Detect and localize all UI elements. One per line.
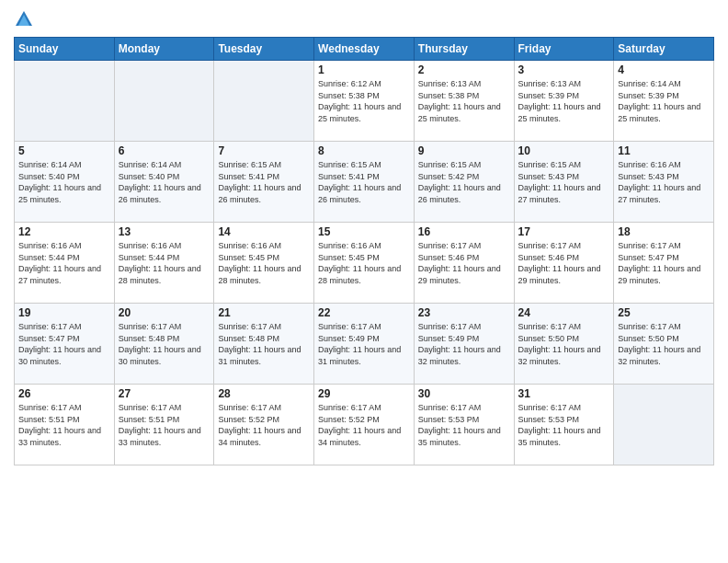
day-number: 4	[618, 63, 710, 76]
day-info: Sunrise: 6:12 AMSunset: 5:38 PMDaylight:…	[318, 79, 401, 123]
day-info: Sunrise: 6:15 AMSunset: 5:41 PMDaylight:…	[318, 160, 401, 204]
calendar-cell: 8Sunrise: 6:15 AMSunset: 5:41 PMDaylight…	[314, 142, 415, 223]
day-number: 10	[518, 144, 610, 157]
calendar-cell: 30Sunrise: 6:17 AMSunset: 5:53 PMDayligh…	[414, 385, 514, 465]
day-info: Sunrise: 6:16 AMSunset: 5:43 PMDaylight:…	[618, 160, 700, 204]
calendar-cell: 6Sunrise: 6:14 AMSunset: 5:40 PMDaylight…	[114, 142, 214, 223]
calendar-cell: 9Sunrise: 6:15 AMSunset: 5:42 PMDaylight…	[414, 142, 514, 223]
day-info: Sunrise: 6:16 AMSunset: 5:44 PMDaylight:…	[18, 241, 101, 285]
calendar-table: SundayMondayTuesdayWednesdayThursdayFrid…	[14, 37, 714, 465]
calendar-cell: 11Sunrise: 6:16 AMSunset: 5:43 PMDayligh…	[614, 142, 714, 223]
day-number: 30	[418, 387, 510, 400]
calendar-cell: 16Sunrise: 6:17 AMSunset: 5:46 PMDayligh…	[414, 223, 514, 304]
calendar-cell: 24Sunrise: 6:17 AMSunset: 5:50 PMDayligh…	[514, 304, 614, 385]
day-number: 14	[218, 225, 310, 238]
calendar-cell: 20Sunrise: 6:17 AMSunset: 5:48 PMDayligh…	[114, 304, 214, 385]
calendar-week-1: 1Sunrise: 6:12 AMSunset: 5:38 PMDaylight…	[15, 61, 714, 142]
day-number: 16	[418, 225, 510, 238]
day-number: 27	[119, 387, 210, 400]
calendar-cell: 29Sunrise: 6:17 AMSunset: 5:52 PMDayligh…	[314, 385, 415, 465]
calendar-week-3: 12Sunrise: 6:16 AMSunset: 5:44 PMDayligh…	[15, 223, 714, 304]
calendar-cell: 3Sunrise: 6:13 AMSunset: 5:39 PMDaylight…	[514, 61, 614, 142]
day-number: 28	[218, 387, 310, 400]
day-info: Sunrise: 6:13 AMSunset: 5:39 PMDaylight:…	[518, 79, 601, 123]
calendar-cell: 7Sunrise: 6:15 AMSunset: 5:41 PMDaylight…	[214, 142, 314, 223]
calendar-cell: 15Sunrise: 6:16 AMSunset: 5:45 PMDayligh…	[314, 223, 415, 304]
day-number: 22	[318, 306, 410, 319]
calendar-cell: 22Sunrise: 6:17 AMSunset: 5:49 PMDayligh…	[314, 304, 415, 385]
day-number: 15	[318, 225, 410, 238]
calendar-cell: 5Sunrise: 6:14 AMSunset: 5:40 PMDaylight…	[15, 142, 115, 223]
day-number: 21	[218, 306, 310, 319]
calendar-cell: 2Sunrise: 6:13 AMSunset: 5:38 PMDaylight…	[414, 61, 514, 142]
header	[14, 9, 714, 29]
col-header-saturday: Saturday	[614, 38, 714, 61]
day-info: Sunrise: 6:16 AMSunset: 5:44 PMDaylight:…	[119, 241, 201, 285]
day-number: 17	[518, 225, 610, 238]
calendar-cell: 1Sunrise: 6:12 AMSunset: 5:38 PMDaylight…	[314, 61, 415, 142]
calendar-cell: 26Sunrise: 6:17 AMSunset: 5:51 PMDayligh…	[15, 385, 115, 465]
day-info: Sunrise: 6:15 AMSunset: 5:43 PMDaylight:…	[518, 160, 601, 204]
day-number: 24	[518, 306, 610, 319]
day-info: Sunrise: 6:17 AMSunset: 5:48 PMDaylight:…	[218, 322, 301, 366]
calendar-cell: 27Sunrise: 6:17 AMSunset: 5:51 PMDayligh…	[114, 385, 214, 465]
day-number: 29	[318, 387, 410, 400]
calendar-week-4: 19Sunrise: 6:17 AMSunset: 5:47 PMDayligh…	[15, 304, 714, 385]
day-number: 6	[119, 144, 210, 157]
day-info: Sunrise: 6:14 AMSunset: 5:40 PMDaylight:…	[18, 160, 101, 204]
col-header-sunday: Sunday	[15, 38, 115, 61]
day-number: 9	[418, 144, 510, 157]
day-info: Sunrise: 6:17 AMSunset: 5:49 PMDaylight:…	[418, 322, 501, 366]
col-header-thursday: Thursday	[414, 38, 514, 61]
day-info: Sunrise: 6:17 AMSunset: 5:53 PMDaylight:…	[418, 403, 501, 447]
calendar-cell: 25Sunrise: 6:17 AMSunset: 5:50 PMDayligh…	[614, 304, 714, 385]
calendar-cell	[214, 61, 314, 142]
day-number: 2	[418, 63, 510, 76]
calendar-cell	[614, 385, 714, 465]
col-header-wednesday: Wednesday	[314, 38, 415, 61]
calendar-cell: 10Sunrise: 6:15 AMSunset: 5:43 PMDayligh…	[514, 142, 614, 223]
col-header-friday: Friday	[514, 38, 614, 61]
calendar-cell: 31Sunrise: 6:17 AMSunset: 5:53 PMDayligh…	[514, 385, 614, 465]
day-number: 18	[618, 225, 710, 238]
day-number: 11	[618, 144, 710, 157]
logo	[14, 9, 38, 29]
calendar-week-2: 5Sunrise: 6:14 AMSunset: 5:40 PMDaylight…	[15, 142, 714, 223]
day-number: 3	[518, 63, 610, 76]
calendar-cell: 18Sunrise: 6:17 AMSunset: 5:47 PMDayligh…	[614, 223, 714, 304]
day-number: 20	[119, 306, 210, 319]
calendar-cell	[114, 61, 214, 142]
day-info: Sunrise: 6:16 AMSunset: 5:45 PMDaylight:…	[218, 241, 301, 285]
day-info: Sunrise: 6:17 AMSunset: 5:46 PMDaylight:…	[518, 241, 601, 285]
day-info: Sunrise: 6:17 AMSunset: 5:48 PMDaylight:…	[119, 322, 201, 366]
day-info: Sunrise: 6:17 AMSunset: 5:50 PMDaylight:…	[518, 322, 601, 366]
page: SundayMondayTuesdayWednesdayThursdayFrid…	[0, 0, 728, 563]
calendar-cell: 19Sunrise: 6:17 AMSunset: 5:47 PMDayligh…	[15, 304, 115, 385]
day-info: Sunrise: 6:14 AMSunset: 5:39 PMDaylight:…	[618, 79, 700, 123]
day-number: 12	[18, 225, 110, 238]
day-number: 23	[418, 306, 510, 319]
calendar-cell: 13Sunrise: 6:16 AMSunset: 5:44 PMDayligh…	[114, 223, 214, 304]
calendar-cell	[15, 61, 115, 142]
day-info: Sunrise: 6:17 AMSunset: 5:46 PMDaylight:…	[418, 241, 501, 285]
calendar-cell: 21Sunrise: 6:17 AMSunset: 5:48 PMDayligh…	[214, 304, 314, 385]
day-number: 31	[518, 387, 610, 400]
day-number: 1	[318, 63, 410, 76]
calendar-cell: 12Sunrise: 6:16 AMSunset: 5:44 PMDayligh…	[15, 223, 115, 304]
day-info: Sunrise: 6:17 AMSunset: 5:49 PMDaylight:…	[318, 322, 401, 366]
calendar-cell: 28Sunrise: 6:17 AMSunset: 5:52 PMDayligh…	[214, 385, 314, 465]
calendar-week-5: 26Sunrise: 6:17 AMSunset: 5:51 PMDayligh…	[15, 385, 714, 465]
day-number: 19	[18, 306, 110, 319]
day-number: 26	[18, 387, 110, 400]
calendar-cell: 17Sunrise: 6:17 AMSunset: 5:46 PMDayligh…	[514, 223, 614, 304]
day-info: Sunrise: 6:17 AMSunset: 5:51 PMDaylight:…	[18, 403, 101, 447]
day-info: Sunrise: 6:17 AMSunset: 5:53 PMDaylight:…	[518, 403, 601, 447]
day-number: 8	[318, 144, 410, 157]
day-info: Sunrise: 6:17 AMSunset: 5:51 PMDaylight:…	[119, 403, 201, 447]
day-number: 25	[618, 306, 710, 319]
day-info: Sunrise: 6:17 AMSunset: 5:52 PMDaylight:…	[218, 403, 301, 447]
day-info: Sunrise: 6:17 AMSunset: 5:50 PMDaylight:…	[618, 322, 700, 366]
calendar-header-row: SundayMondayTuesdayWednesdayThursdayFrid…	[15, 38, 714, 61]
day-info: Sunrise: 6:15 AMSunset: 5:42 PMDaylight:…	[418, 160, 501, 204]
calendar-cell: 4Sunrise: 6:14 AMSunset: 5:39 PMDaylight…	[614, 61, 714, 142]
